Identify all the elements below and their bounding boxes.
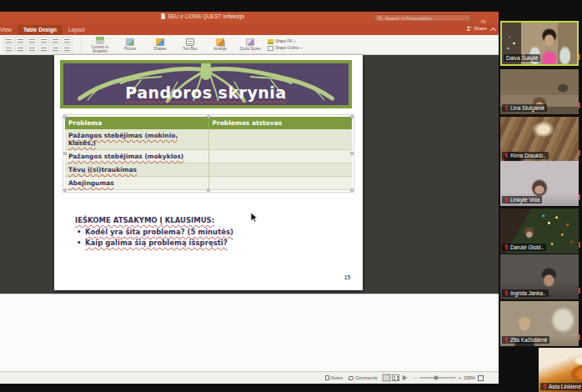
zoom-slider[interactable] bbox=[419, 377, 456, 379]
text-direction-icon[interactable] bbox=[50, 45, 61, 53]
tab-table-design[interactable]: Table Design bbox=[18, 25, 63, 35]
justify-icon[interactable] bbox=[38, 45, 49, 53]
ribbon-button-picture[interactable]: Picture bbox=[118, 38, 143, 51]
questions-block[interactable]: IEŠKOME ATSAKYMO Į KLAUSIMUS: Kodėl yra … bbox=[75, 216, 309, 249]
muted-mic-icon bbox=[504, 244, 509, 250]
selection-handle[interactable] bbox=[207, 115, 210, 118]
selection-handle[interactable] bbox=[350, 152, 354, 155]
ribbon-button-arrange[interactable]: Arrange bbox=[208, 38, 233, 51]
tab-view[interactable]: View bbox=[0, 25, 18, 35]
normal-view-button[interactable] bbox=[383, 374, 390, 381]
participant-name-label: Lina Stulgienė bbox=[502, 104, 547, 112]
participant-name-label: Rima Draukši.. bbox=[502, 152, 549, 159]
line-spacing-icon[interactable] bbox=[50, 37, 61, 44]
clipped-neighbor-mic-indicator bbox=[579, 194, 582, 200]
slide-table-wrap: ProblemaProblemos atstovas Pažangos steb… bbox=[65, 117, 352, 190]
comments-toggle-button[interactable]: Comments bbox=[349, 375, 378, 380]
picture-icon bbox=[126, 38, 134, 46]
ribbon-button-convert-to-smartart[interactable]: Convert to SmartArt bbox=[88, 37, 113, 53]
shapes-icon bbox=[156, 38, 164, 46]
participant-name-label: Daiva Šukytė bbox=[504, 54, 540, 62]
tab-layout[interactable]: Layout bbox=[63, 25, 91, 35]
ribbon-button-label: Quick Styles bbox=[239, 47, 260, 51]
search-input[interactable]: Search in Presentation bbox=[374, 14, 471, 22]
bullet-item: Kodėl yra šita problema? (5 minutės) bbox=[75, 227, 309, 238]
align-right-icon[interactable] bbox=[27, 45, 38, 53]
document-icon bbox=[161, 13, 165, 19]
muted-mic-icon bbox=[504, 153, 509, 158]
dropdown-caret-icon: ▾ bbox=[294, 39, 295, 43]
participant-tile[interactable]: Daiva Šukytė bbox=[500, 21, 579, 66]
clipped-neighbor-mic-indicator bbox=[579, 150, 582, 156]
notes-toggle-button[interactable]: Notes bbox=[325, 375, 343, 380]
align-center-icon[interactable] bbox=[15, 45, 26, 53]
search-icon bbox=[378, 16, 383, 21]
document-title: SEU ir LIONS QUEST refleksija bbox=[161, 13, 244, 19]
participant-name: Linkytė Vida bbox=[510, 197, 539, 203]
shape-outline-button[interactable]: Shape Outline ▾ bbox=[268, 46, 303, 51]
selection-handle[interactable] bbox=[63, 115, 67, 118]
shape-fill-button[interactable]: Shape Fill ▾ bbox=[268, 39, 303, 44]
convert-to-smartart-icon bbox=[96, 37, 104, 44]
zoom-out-icon[interactable]: − bbox=[414, 375, 416, 380]
indent-increase-icon[interactable] bbox=[38, 37, 49, 44]
ribbon-button-text-box[interactable]: Text Box bbox=[178, 38, 203, 51]
participant-name-label: Zita Kačiušienė bbox=[502, 336, 549, 344]
participant-tile[interactable]: Darutė Globi.. bbox=[500, 209, 579, 254]
zoom-percent: 158% bbox=[464, 375, 475, 380]
clipped-neighbor-mic-indicator bbox=[579, 242, 582, 248]
quick-styles-icon bbox=[246, 38, 254, 46]
selection-handle[interactable] bbox=[63, 152, 67, 155]
ribbon-buttons: Convert to SmartArtPictureShapesText Box… bbox=[85, 37, 265, 53]
shape-fill-icon bbox=[268, 39, 273, 44]
muted-mic-icon bbox=[504, 290, 509, 296]
notes-icon bbox=[325, 375, 329, 380]
share-person-icon bbox=[466, 26, 472, 31]
zoom-in-icon[interactable]: + bbox=[459, 375, 461, 380]
selection-handle[interactable] bbox=[63, 188, 67, 192]
collapse-ribbon-icon[interactable] bbox=[490, 28, 496, 33]
notes-pane[interactable] bbox=[0, 294, 499, 371]
participant-tile[interactable]: Ingrida Janka.. bbox=[500, 254, 579, 299]
zoom-slider-thumb[interactable] bbox=[434, 376, 438, 380]
share-button[interactable]: Share bbox=[466, 26, 487, 31]
arrange-icon bbox=[216, 38, 224, 46]
participant-tile[interactable]: Asta Linkienė bbox=[539, 348, 582, 392]
powerpoint-window: SEU ir LIONS QUEST refleksija Search in … bbox=[0, 12, 499, 384]
participant-tile[interactable]: Rima Draukši.. bbox=[500, 117, 579, 162]
align-left-icon[interactable] bbox=[3, 45, 14, 53]
document-title-text: SEU ir LIONS QUEST refleksija bbox=[168, 13, 244, 19]
questions-heading: IEŠKOME ATSAKYMO Į KLAUSIMUS: bbox=[75, 216, 309, 224]
align-text-icon[interactable] bbox=[62, 45, 73, 53]
clipped-neighbor-mic-indicator bbox=[579, 103, 582, 108]
fit-slide-icon[interactable] bbox=[478, 375, 484, 381]
slide-title: Pandoros skrynia bbox=[63, 83, 349, 102]
notes-label: Notes bbox=[331, 375, 343, 380]
shape-style-group: Shape Fill ▾ Shape Outline ▾ bbox=[268, 39, 303, 51]
zoom-control: − + 158% bbox=[414, 375, 484, 381]
selection-handle[interactable] bbox=[350, 115, 354, 118]
selection-handle[interactable] bbox=[207, 188, 210, 192]
participant-tile[interactable]: Linkytė Vida bbox=[500, 161, 579, 206]
comments-icon bbox=[349, 376, 354, 380]
numbering-icon[interactable] bbox=[15, 37, 26, 44]
slide-title-banner[interactable]: Pandoros skrynia bbox=[60, 60, 352, 108]
bullet-item: Kaip galima šią problemą išspręsti? bbox=[75, 238, 309, 249]
paragraph-formatting-group bbox=[3, 37, 73, 53]
selection-handle[interactable] bbox=[350, 188, 354, 192]
clipped-neighbor-mic-indicator bbox=[579, 54, 582, 60]
columns-icon[interactable] bbox=[62, 37, 73, 44]
settings-gear-icon[interactable] bbox=[479, 14, 487, 22]
slide-sorter-view-button[interactable] bbox=[392, 374, 399, 381]
participant-tile[interactable]: Zita Kačiušienė bbox=[500, 301, 579, 346]
ribbon-button-quick-styles[interactable]: Quick Styles bbox=[238, 38, 263, 51]
muted-mic-icon bbox=[543, 384, 547, 389]
ribbon-button-label: Text Box bbox=[183, 47, 197, 51]
participant-tile[interactable]: Lina Stulgienė bbox=[500, 69, 579, 114]
bullets-icon[interactable] bbox=[3, 37, 14, 44]
slideshow-view-button[interactable] bbox=[401, 374, 408, 381]
view-switcher bbox=[383, 374, 408, 381]
indent-decrease-icon[interactable] bbox=[27, 37, 38, 44]
text-box-icon bbox=[186, 38, 194, 46]
ribbon-button-shapes[interactable]: Shapes bbox=[148, 38, 173, 51]
